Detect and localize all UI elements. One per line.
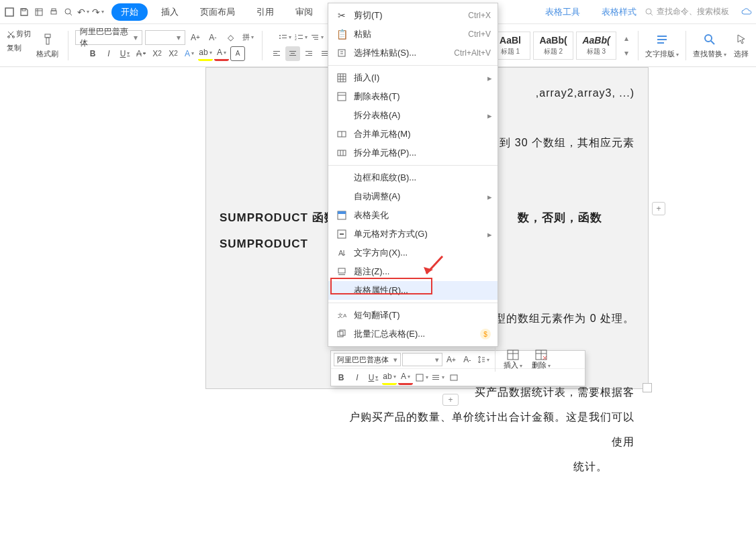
font-color-button[interactable]: A [214, 46, 229, 61]
align-right-button[interactable] [301, 46, 316, 61]
menu-caption[interactable]: 题注(Z)... [328, 262, 498, 281]
menu-split-table[interactable]: 拆分表格(A)▸ [328, 106, 498, 125]
bold-button[interactable]: B [85, 46, 100, 61]
cloud-icon[interactable] [740, 5, 753, 19]
svg-rect-52 [340, 330, 345, 335]
select-button[interactable]: 选择 [730, 29, 752, 62]
svg-rect-3 [51, 11, 56, 14]
svg-rect-57 [432, 377, 439, 378]
mini-underline-button[interactable]: U [366, 370, 381, 385]
mini-border-button[interactable] [414, 370, 429, 385]
svg-rect-48 [338, 268, 345, 273]
tab-layout[interactable]: 页面布局 [192, 3, 243, 21]
style-heading2[interactable]: AaBb(标题 2 [533, 32, 573, 60]
tab-table-style[interactable]: 表格样式 [594, 3, 645, 21]
menu-batch-summary[interactable]: 批量汇总表格(E)...$ [328, 325, 498, 343]
superscript-button[interactable]: X2 [150, 46, 164, 61]
mini-italic-button[interactable]: I [350, 370, 365, 385]
cut-button[interactable]: 剪切 [7, 29, 31, 39]
svg-point-11 [279, 35, 281, 36]
mini-align-button[interactable] [430, 370, 445, 385]
menu-split-cells[interactable]: 拆分单元格(P)... [328, 144, 498, 162]
svg-rect-44 [338, 211, 346, 214]
print-icon[interactable] [47, 5, 60, 19]
scissors-icon [7, 30, 15, 38]
ribbon-tabs: 开始 插入 页面布局 引用 审阅 [111, 3, 321, 21]
tab-table-tool[interactable]: 表格工具 [537, 3, 588, 21]
tab-ref[interactable]: 引用 [248, 3, 282, 21]
menu-translate[interactable]: 文A短句翻译(T) [328, 306, 498, 325]
template-icon[interactable] [32, 5, 46, 19]
svg-rect-23 [273, 53, 277, 54]
menu-cut[interactable]: ✂剪切(T)Ctrl+X [328, 6, 498, 25]
mini-delete-button[interactable]: 删除 [528, 348, 555, 372]
mini-grow-button[interactable]: A+ [444, 352, 459, 367]
add-column-button[interactable]: + [652, 202, 665, 215]
menu-merge-cells[interactable]: 合并单元格(M) [328, 125, 498, 144]
example-line-2: 户购买产品的数量、单价统计出合计金额。这是我们可以使用 [220, 405, 634, 455]
underline-button[interactable]: U [117, 46, 132, 61]
svg-point-37 [705, 35, 712, 42]
italic-button[interactable]: I [101, 46, 116, 61]
format-painter-button[interactable]: 格式刷 [34, 29, 61, 62]
mini-insert-button[interactable]: 插入 [500, 348, 526, 372]
preview-icon[interactable] [62, 5, 75, 19]
bullets-button[interactable] [277, 30, 292, 45]
menu-autofit[interactable]: 自动调整(A)▸ [328, 187, 498, 206]
text-layout-button[interactable]: 文字排版 [643, 29, 681, 62]
menu-text-direction[interactable]: A文字方向(X)... [328, 244, 498, 262]
highlight-button[interactable]: ab [198, 46, 213, 61]
find-replace-button[interactable]: 查找替换 [690, 29, 729, 62]
font-group: 阿里巴巴普惠体▾ ▾ A+ A- ◇ 拼 B I U A X2 X2 A ab … [73, 30, 258, 61]
pointer-icon [733, 32, 749, 48]
tab-start[interactable]: 开始 [111, 3, 148, 21]
example-line-3: 统计。 [220, 455, 634, 480]
command-search[interactable]: 查找命令、搜索模板 [645, 6, 729, 17]
redo-button[interactable]: ↷ [91, 5, 105, 19]
numbering-button[interactable]: 12 [293, 30, 308, 45]
home-icon[interactable] [3, 5, 16, 19]
add-row-button[interactable]: + [442, 394, 459, 406]
mini-highlight-button[interactable]: ab [382, 370, 397, 385]
multilevel-button[interactable] [310, 30, 324, 45]
style-heading3[interactable]: AaBb(标题 3 [576, 32, 616, 60]
style-more-button[interactable]: ▴▾ [619, 31, 634, 60]
copy-button[interactable]: 复制 [7, 43, 31, 53]
svg-rect-56 [432, 375, 439, 376]
subscript-button[interactable]: X2 [166, 46, 181, 61]
save-icon[interactable] [17, 5, 31, 19]
text-effect-button[interactable]: A [182, 46, 197, 61]
tab-review[interactable]: 审阅 [287, 3, 321, 21]
font-size-select[interactable]: ▾ [145, 30, 185, 45]
mini-shrink-button[interactable]: A- [460, 352, 475, 367]
mini-size-select[interactable]: ▾ [402, 353, 442, 366]
mini-fontcolor-button[interactable]: A [398, 370, 413, 385]
submenu-arrow-icon: ▸ [487, 73, 492, 83]
tab-insert[interactable]: 插入 [153, 3, 187, 21]
svg-rect-20 [313, 37, 318, 38]
table-resize-handle[interactable] [643, 383, 652, 392]
strike-button[interactable]: A [134, 46, 148, 61]
mini-font-select[interactable]: 阿里巴巴普惠体▾ [334, 353, 401, 366]
menu-border-shading[interactable]: 边框和底纹(B)... [328, 168, 498, 187]
mini-linespacing-button[interactable] [476, 352, 491, 367]
menu-table-beautify[interactable]: 表格美化 [328, 206, 498, 225]
clear-format-button[interactable]: ◇ [223, 30, 238, 45]
align-center-button[interactable] [285, 46, 300, 61]
font-family-select[interactable]: 阿里巴巴普惠体▾ [75, 30, 142, 45]
grow-font-button[interactable]: A+ [188, 30, 203, 45]
change-case-button[interactable]: 拼 [240, 30, 255, 45]
svg-rect-49 [338, 274, 345, 275]
align-left-button[interactable] [269, 46, 284, 61]
mini-merge-button[interactable] [446, 370, 461, 385]
shrink-font-button[interactable]: A- [205, 30, 220, 45]
menu-delete-table[interactable]: 删除表格(T) [328, 87, 498, 106]
undo-button[interactable]: ↶ [77, 5, 90, 19]
mini-bold-button[interactable]: B [334, 370, 348, 385]
menu-insert[interactable]: 插入(I)▸ [328, 68, 498, 87]
menu-table-properties[interactable]: 表格属性(R)... [328, 281, 498, 300]
menu-paste-special[interactable]: 选择性粘贴(S)...Ctrl+Alt+V [328, 44, 498, 62]
char-border-button[interactable]: A [230, 46, 245, 61]
menu-cell-align[interactable]: 单元格对齐方式(G)▸ [328, 225, 498, 244]
menu-paste[interactable]: 📋粘贴Ctrl+V [328, 25, 498, 44]
